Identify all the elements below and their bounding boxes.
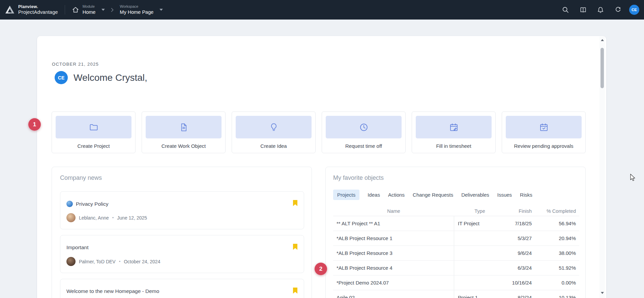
book-icon xyxy=(580,6,587,13)
panel-title: Company news xyxy=(60,174,102,181)
cell-name[interactable]: *Project Demo 2024.07 xyxy=(333,275,454,290)
search-button[interactable] xyxy=(559,3,572,16)
table-row[interactable]: Agile 02 Project 1 8/2/24 10.13% xyxy=(333,290,579,298)
company-news-panel: Company news Privacy Policy Leblanc, Ann… xyxy=(52,167,312,298)
table-row[interactable]: ** ALT Project ** A1 IT Project 7/18/25 … xyxy=(333,216,579,231)
scroll-up-arrow-icon[interactable] xyxy=(599,38,605,42)
calendar-check-icon xyxy=(539,123,549,132)
cell-name[interactable]: *ALB Project Resource 4 xyxy=(333,261,454,275)
create-project-card[interactable]: Create Project xyxy=(52,111,136,153)
tab-ideas[interactable]: Ideas xyxy=(368,192,380,198)
workspace-label: Workspace xyxy=(120,4,153,9)
news-title: Privacy Policy xyxy=(76,201,108,207)
cell-name[interactable]: Agile 02 xyxy=(333,290,454,298)
quick-action-label: Request time off xyxy=(345,143,382,149)
icon-tile xyxy=(56,116,131,138)
tab-risks[interactable]: Risks xyxy=(520,192,532,198)
home-icon xyxy=(72,6,79,13)
panel-title: My favorite objects xyxy=(333,174,384,181)
scrollbar-thumb[interactable] xyxy=(601,48,604,88)
meta-separator: • xyxy=(112,215,114,220)
lightbulb-icon xyxy=(269,123,279,132)
news-list: Privacy Policy Leblanc, Anne • June 12, … xyxy=(60,191,304,298)
fill-in-timesheet-card[interactable]: Fill in timesheet xyxy=(412,111,496,153)
cell-finish: 10/16/24 xyxy=(505,280,535,286)
cell-name[interactable]: *ALB Project Resource 3 xyxy=(333,246,454,260)
quick-action-label: Create Work Object xyxy=(162,143,206,149)
refresh-button[interactable] xyxy=(612,3,624,16)
bookmark-icon[interactable] xyxy=(293,287,298,294)
cell-completed: 10.13% xyxy=(535,295,579,298)
table-row[interactable]: *ALB Project Resource 3 9/6/24 38.00% xyxy=(333,246,579,261)
create-work-object-card[interactable]: Create Work Object xyxy=(142,111,226,153)
news-item[interactable]: Privacy Policy Leblanc, Anne • June 12, … xyxy=(60,191,304,229)
topbar-divider xyxy=(65,5,65,14)
current-date: OCTOBER 21, 2025 xyxy=(52,62,99,67)
news-item[interactable]: Welcome to the new Homepage - Demo xyxy=(60,279,304,298)
news-title: Welcome to the new Homepage - Demo xyxy=(66,288,159,294)
icon-tile xyxy=(326,116,402,138)
scroll-down-arrow-icon[interactable] xyxy=(599,291,605,295)
author-name: Leblanc, Anne xyxy=(79,215,109,221)
table-row[interactable]: *ALB Project Resource 1 5/3/27 20.94% xyxy=(333,231,579,246)
folder-icon xyxy=(89,123,98,132)
workspace-value: My Home Page xyxy=(120,9,153,15)
cell-type: Project 1 xyxy=(454,295,505,298)
icon-tile xyxy=(146,116,222,138)
cell-completed: 56.94% xyxy=(535,221,579,226)
planview-logo-icon xyxy=(5,5,15,14)
tab-change-requests[interactable]: Change Requests xyxy=(413,192,453,198)
workspace-selector[interactable]: Workspace My Home Page xyxy=(120,4,163,15)
topbar: Planview. ProjectAdvantage Module Home W… xyxy=(0,0,644,20)
column-header-finish[interactable]: Finish xyxy=(505,208,535,214)
create-idea-card[interactable]: Create Idea xyxy=(232,111,316,153)
icon-tile xyxy=(506,116,582,138)
cell-finish: 6/3/24 xyxy=(505,265,535,271)
cell-completed: 51.92% xyxy=(535,265,579,271)
author-avatar xyxy=(66,257,76,266)
clock-icon xyxy=(359,123,369,132)
table-header-row: Name Type Finish % Completed xyxy=(333,206,579,216)
user-avatar[interactable]: CE xyxy=(629,5,639,15)
quick-actions-row: Create Project Create Work Object Create… xyxy=(52,111,586,153)
cell-name[interactable]: *ALB Project Resource 1 xyxy=(333,231,454,245)
cell-finish: 9/6/24 xyxy=(505,250,535,256)
table-row[interactable]: *Project Demo 2024.07 10/16/24 0.00% xyxy=(333,275,579,290)
news-item[interactable]: Important Palmer, ToD DEV • October 24, … xyxy=(60,235,304,273)
module-label: Module xyxy=(83,4,96,9)
tab-issues[interactable]: Issues xyxy=(497,192,512,198)
search-icon xyxy=(562,6,569,13)
module-value: Home xyxy=(83,9,96,15)
document-icon xyxy=(179,123,188,132)
help-library-button[interactable] xyxy=(577,3,589,16)
welcome-message: Welcome Crystal, xyxy=(74,72,147,83)
cell-finish: 8/2/24 xyxy=(505,295,535,298)
home-page-card: OCTOBER 21, 2025 CE Welcome Crystal, Cre… xyxy=(37,36,606,298)
favorites-tabs: Projects Ideas Actions Change Requests D… xyxy=(333,189,532,200)
refresh-icon xyxy=(615,6,621,13)
breadcrumb-chevron-icon xyxy=(111,8,114,12)
vertical-scrollbar[interactable] xyxy=(599,36,605,298)
review-pending-approvals-card[interactable]: Review pending approvals xyxy=(502,111,586,153)
chevron-down-icon xyxy=(101,9,105,11)
request-time-off-card[interactable]: Request time off xyxy=(322,111,406,153)
chevron-down-icon xyxy=(159,9,163,11)
quick-action-label: Fill in timesheet xyxy=(436,143,471,149)
module-selector[interactable]: Module Home xyxy=(72,4,105,15)
tab-deliverables[interactable]: Deliverables xyxy=(461,192,489,198)
mouse-cursor xyxy=(630,174,637,181)
bell-icon xyxy=(597,6,604,13)
cell-name[interactable]: ** ALT Project ** A1 xyxy=(333,216,454,231)
bookmark-icon[interactable] xyxy=(293,200,298,206)
cell-completed: 38.00% xyxy=(535,250,579,256)
column-header-type[interactable]: Type xyxy=(454,208,505,214)
quick-action-label: Create Project xyxy=(78,143,110,149)
column-header-completed[interactable]: % Completed xyxy=(535,208,579,214)
favorites-table: Name Type Finish % Completed ** ALT Proj… xyxy=(333,206,579,298)
column-header-name[interactable]: Name xyxy=(333,208,454,214)
tab-actions[interactable]: Actions xyxy=(388,192,405,198)
bookmark-icon[interactable] xyxy=(293,243,298,250)
tab-projects[interactable]: Projects xyxy=(333,190,359,200)
notifications-button[interactable] xyxy=(594,3,607,16)
table-row[interactable]: *ALB Project Resource 4 6/3/24 51.92% xyxy=(333,261,579,275)
